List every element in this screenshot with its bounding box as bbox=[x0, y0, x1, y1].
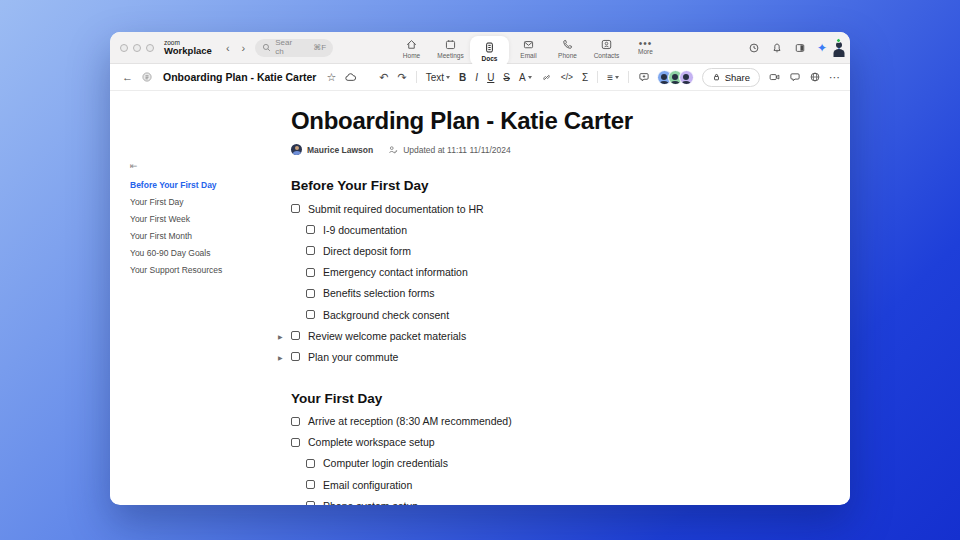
nav-label: Phone bbox=[558, 52, 577, 59]
topbar-right: ✦ bbox=[748, 32, 840, 64]
outline-item-60-90-goals[interactable]: You 60-90 Day Goals bbox=[130, 244, 270, 261]
text-color-dropdown[interactable]: A bbox=[519, 72, 532, 83]
link-icon[interactable] bbox=[541, 72, 552, 83]
checkbox[interactable] bbox=[306, 501, 315, 505]
section-heading: Your First Day bbox=[291, 391, 721, 406]
checkbox[interactable] bbox=[306, 268, 315, 277]
collaborator-avatars[interactable] bbox=[657, 70, 694, 85]
expand-triangle-icon[interactable]: ▶ bbox=[278, 353, 283, 360]
undo-icon[interactable]: ↶ bbox=[379, 71, 388, 84]
window-maximize-button[interactable] bbox=[146, 44, 154, 52]
search-shortcut: ⌘F bbox=[313, 43, 326, 52]
checklist-label: Review welcome packet materials bbox=[308, 330, 466, 342]
collapse-outline-icon[interactable]: ⇤ bbox=[130, 161, 270, 171]
checkbox[interactable] bbox=[306, 246, 315, 255]
lock-icon bbox=[712, 72, 721, 82]
checklist-label: Background check consent bbox=[323, 309, 449, 321]
outline-item-support-resources[interactable]: Your Support Resources bbox=[130, 261, 270, 278]
side-panel-icon[interactable] bbox=[794, 42, 806, 54]
document-body[interactable]: Onboarding Plan - Katie Carter Maurice L… bbox=[291, 91, 721, 505]
nav-tab-phone[interactable]: Phone bbox=[548, 32, 587, 64]
checkbox[interactable] bbox=[306, 289, 315, 298]
italic-button[interactable]: I bbox=[475, 72, 478, 83]
expand-triangle-icon[interactable]: ▶ bbox=[278, 332, 283, 339]
checklist-label: Arrive at reception (8:30 AM recommended… bbox=[308, 415, 512, 427]
back-chevron-icon[interactable]: ‹ bbox=[226, 42, 230, 54]
document-toolbar: ← Onboarding Plan - Katie Carter ☆ ↶ ↷ T… bbox=[110, 64, 850, 91]
checklist-label: Complete workspace setup bbox=[308, 436, 435, 448]
checkbox[interactable] bbox=[306, 459, 315, 468]
code-block-button[interactable]: </> bbox=[561, 72, 573, 82]
share-button[interactable]: Share bbox=[702, 68, 760, 87]
add-comment-icon[interactable] bbox=[638, 71, 650, 83]
chat-bubble-icon[interactable] bbox=[789, 71, 801, 83]
ai-companion-icon[interactable]: ✦ bbox=[817, 41, 827, 55]
checklist-item[interactable]: Complete workspace setup bbox=[291, 432, 721, 453]
back-arrow-icon[interactable]: ← bbox=[122, 71, 133, 83]
search-input[interactable]: Search ⌘F bbox=[255, 39, 333, 57]
outline-item-before-first-day[interactable]: Before Your First Day bbox=[130, 176, 270, 193]
checkbox[interactable] bbox=[291, 352, 300, 361]
zoom-workplace-logo: zoom Workplace bbox=[164, 40, 212, 56]
checklist-item[interactable]: Direct deposit form bbox=[306, 240, 721, 261]
checkbox[interactable] bbox=[291, 204, 300, 213]
nav-tab-more[interactable]: ••• More bbox=[626, 32, 665, 64]
underline-button[interactable]: U bbox=[487, 72, 494, 83]
user-avatar[interactable] bbox=[838, 39, 840, 57]
checklist-item[interactable]: Computer login credentials bbox=[306, 453, 721, 474]
notifications-bell-icon[interactable] bbox=[771, 42, 783, 54]
nav-tab-email[interactable]: Email bbox=[509, 32, 548, 64]
checkbox[interactable] bbox=[306, 225, 315, 234]
more-options-icon[interactable]: ⋯ bbox=[829, 71, 840, 84]
window-close-button[interactable] bbox=[120, 44, 128, 52]
checklist-label: Direct deposit form bbox=[323, 245, 411, 257]
window-minimize-button[interactable] bbox=[133, 44, 141, 52]
cloud-sync-icon[interactable] bbox=[344, 71, 357, 84]
main-nav: Home Meetings Docs Email Phone Contacts bbox=[392, 32, 665, 64]
video-camera-icon[interactable] bbox=[768, 71, 781, 83]
checklist-item[interactable]: Submit required documentation to HR bbox=[291, 198, 721, 219]
clock-icon[interactable] bbox=[748, 42, 760, 54]
checkbox[interactable] bbox=[291, 438, 300, 447]
checkbox[interactable] bbox=[291, 331, 300, 340]
toolbar-divider bbox=[416, 71, 417, 83]
home-icon bbox=[405, 38, 418, 51]
nav-tab-meetings[interactable]: Meetings bbox=[431, 32, 470, 64]
list-align-dropdown[interactable]: ≡ bbox=[607, 72, 619, 83]
checklist-item[interactable]: Arrive at reception (8:30 AM recommended… bbox=[291, 411, 721, 432]
outline-item-first-week[interactable]: Your First Week bbox=[130, 210, 270, 227]
outline-item-first-month[interactable]: Your First Month bbox=[130, 227, 270, 244]
outline-item-first-day[interactable]: Your First Day bbox=[130, 193, 270, 210]
updated-timestamp: Updated at 11:11 11/11/2024 bbox=[403, 145, 511, 155]
checklist-item[interactable]: Benefits selection forms bbox=[306, 283, 721, 304]
strikethrough-button[interactable]: S bbox=[503, 72, 510, 83]
checkbox[interactable] bbox=[306, 310, 315, 319]
redo-icon[interactable]: ↷ bbox=[398, 71, 407, 84]
text-style-dropdown[interactable]: Text bbox=[426, 72, 450, 83]
formula-button[interactable]: Σ bbox=[582, 72, 588, 83]
checklist-item[interactable]: ▶ Plan your commute bbox=[291, 346, 721, 367]
nav-tab-contacts[interactable]: Contacts bbox=[587, 32, 626, 64]
share-label: Share bbox=[725, 72, 750, 83]
globe-icon[interactable] bbox=[809, 71, 821, 83]
forward-chevron-icon[interactable]: › bbox=[242, 42, 246, 54]
bold-button[interactable]: B bbox=[459, 72, 466, 83]
checkbox[interactable] bbox=[306, 480, 315, 489]
favorite-star-icon[interactable]: ☆ bbox=[326, 71, 336, 84]
checklist-label: Email configuration bbox=[323, 479, 412, 491]
checklist-item[interactable]: Background check consent bbox=[306, 304, 721, 325]
nav-tab-home[interactable]: Home bbox=[392, 32, 431, 64]
nav-tab-docs[interactable]: Docs bbox=[470, 36, 509, 66]
checklist-label: Emergency contact information bbox=[323, 266, 468, 278]
window-controls[interactable] bbox=[120, 44, 154, 52]
checklist-item[interactable]: I-9 documentation bbox=[306, 219, 721, 240]
search-icon bbox=[262, 43, 271, 52]
checklist-item[interactable]: Phone system setup bbox=[306, 495, 721, 505]
checklist-item[interactable]: Email configuration bbox=[306, 474, 721, 495]
checkbox[interactable] bbox=[291, 417, 300, 426]
checklist-label: Plan your commute bbox=[308, 351, 398, 363]
checklist-item[interactable]: Emergency contact information bbox=[306, 262, 721, 283]
checklist-item[interactable]: ▶ Review welcome packet materials bbox=[291, 325, 721, 346]
doc-workspace-icon[interactable] bbox=[141, 71, 153, 83]
checklist-label: I-9 documentation bbox=[323, 224, 407, 236]
